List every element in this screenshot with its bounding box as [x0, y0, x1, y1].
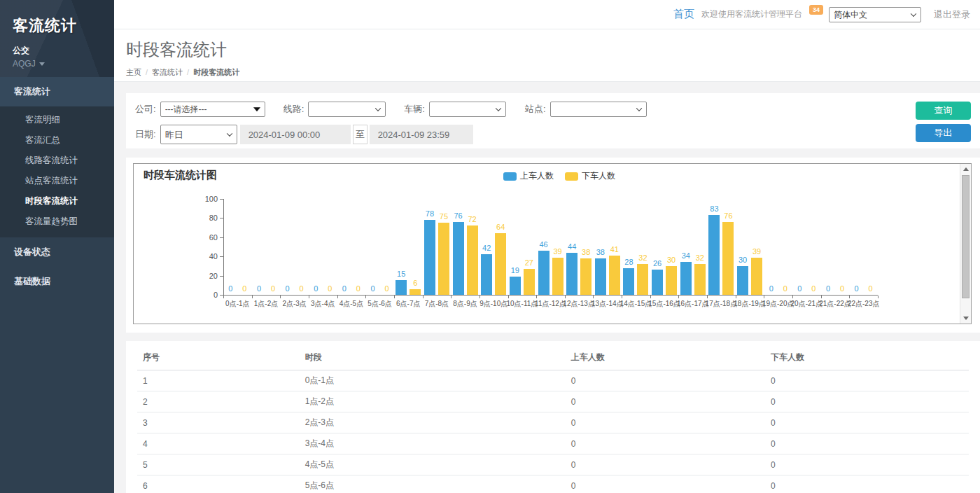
- sidebar-submenu: 客流明细客流汇总线路客流统计站点客流统计时段客流统计客流量趋势图: [0, 106, 114, 237]
- sidebar-subitem[interactable]: 客流明细: [0, 110, 114, 130]
- bar-segment: [538, 251, 550, 295]
- x-axis-line: [223, 295, 878, 296]
- logout-link[interactable]: 退出登录: [934, 8, 970, 21]
- scrollbar-up-button[interactable]: [960, 164, 971, 174]
- x-tick: [736, 296, 736, 298]
- y-tick: [220, 276, 223, 277]
- table-header-cell: 序号: [137, 345, 300, 370]
- table-row: 54点-5点00: [137, 454, 969, 475]
- user-menu[interactable]: AQGJ: [13, 59, 114, 69]
- date-from-input[interactable]: [240, 125, 351, 144]
- filter-row-2: 日期: 昨日 至: [135, 125, 971, 144]
- table-header-cell: 时段: [300, 345, 566, 370]
- date-preset-select[interactable]: 昨日: [160, 125, 237, 144]
- y-tick: [220, 237, 223, 238]
- x-tick: [508, 296, 509, 298]
- x-tick: [878, 296, 878, 298]
- vehicle-select[interactable]: [429, 102, 506, 117]
- breadcrumb-item[interactable]: 主页: [126, 68, 141, 76]
- y-tick-label: 0: [194, 291, 218, 299]
- bar-value-label: 6: [406, 279, 424, 287]
- table-cell: 0: [566, 454, 765, 475]
- bar-segment: [666, 266, 677, 295]
- bar-value-label: 0: [862, 284, 880, 293]
- language-select[interactable]: 简体中文: [829, 7, 921, 22]
- chart-box: 时段车流统计图 上车人数下车人数 0204060801000点-1点001点-2…: [133, 163, 972, 324]
- y-tick-label: 40: [194, 252, 218, 261]
- line-select[interactable]: [308, 102, 386, 117]
- sidebar-header: 客流统计 公交 AQGJ: [0, 0, 114, 77]
- bar-chart: 0204060801000点-1点001点-2点002点-3点003点-4点00…: [134, 164, 971, 324]
- sidebar-subitem[interactable]: 线路客流统计: [0, 151, 114, 171]
- bar-segment: [623, 268, 634, 295]
- main-content: 首页 欢迎使用客流统计管理平台 34 简体中文 退出登录 时段客流统计 主页/客…: [114, 0, 980, 493]
- x-tick: [280, 296, 281, 298]
- bar-segment: [467, 225, 478, 295]
- bar-value-label: 27: [520, 258, 538, 267]
- x-tick: [792, 296, 793, 298]
- bar-segment: [722, 222, 734, 295]
- sidebar-item-passenger-stats[interactable]: 客流统计: [0, 77, 114, 106]
- bar-segment: [737, 266, 748, 295]
- sidebar-item-label: 设备状态: [14, 246, 50, 257]
- bar-segment: [637, 264, 648, 295]
- sidebar-item-base-data[interactable]: 基础数据: [0, 267, 114, 296]
- bar-value-label: 72: [463, 215, 482, 223]
- x-tick: [365, 296, 366, 298]
- breadcrumb-item: 时段客流统计: [193, 68, 239, 76]
- company-select-wrap: ---请选择---: [160, 102, 265, 117]
- bar-segment: [438, 223, 449, 295]
- sidebar-item-device-status[interactable]: 设备状态: [0, 237, 114, 267]
- x-tick: [565, 296, 566, 298]
- sidebar-subitem[interactable]: 客流量趋势图: [0, 211, 114, 232]
- table-row: 10点-1点00: [137, 370, 969, 391]
- table-cell: 0: [765, 412, 969, 433]
- sidebar-item-label: 客流统计: [14, 86, 50, 97]
- sidebar-item-label: 基础数据: [14, 276, 50, 286]
- x-tick: [849, 296, 850, 298]
- org-name: 公交: [13, 45, 114, 57]
- x-tick: [678, 296, 679, 298]
- table-cell: 3点-4点: [300, 433, 566, 454]
- bar-value-label: 32: [691, 254, 709, 262]
- x-tick: [622, 296, 622, 298]
- table-cell: 0: [566, 391, 765, 412]
- sidebar-subitem[interactable]: 时段客流统计: [0, 191, 114, 211]
- x-tick: [337, 296, 338, 298]
- scrollbar-thumb[interactable]: [962, 175, 969, 298]
- table-cell: 2: [137, 391, 300, 412]
- table-cell: 0点-1点: [300, 370, 566, 391]
- table-row: 43点-4点00: [137, 433, 969, 454]
- search-button[interactable]: 查询: [916, 102, 971, 120]
- notification-badge[interactable]: 34: [809, 5, 823, 15]
- company-select[interactable]: ---请选择---: [160, 102, 265, 117]
- sidebar: 客流统计 公交 AQGJ 客流统计 客流明细客流汇总线路客流统计站点客流统计时段…: [0, 0, 114, 493]
- sidebar-subitem[interactable]: 客流汇总: [0, 130, 114, 151]
- y-tick-label: 20: [194, 272, 218, 280]
- date-to-input[interactable]: [370, 125, 473, 144]
- sidebar-subitem[interactable]: 站点客流统计: [0, 171, 114, 191]
- y-tick-label: 80: [194, 214, 218, 222]
- station-label: 站点:: [525, 103, 546, 116]
- vehicle-select-wrap: [429, 102, 506, 117]
- chart-scrollbar[interactable]: [960, 164, 971, 324]
- table-cell: 0: [566, 475, 765, 493]
- station-select[interactable]: [550, 102, 647, 117]
- x-tick: [650, 296, 651, 298]
- bar-segment: [609, 256, 620, 295]
- bar-segment: [751, 258, 762, 295]
- bar-value-label: 64: [491, 223, 510, 231]
- export-button[interactable]: 导出: [916, 124, 971, 142]
- x-tick: [764, 296, 764, 298]
- scrollbar-down-button[interactable]: [960, 313, 971, 324]
- breadcrumb-separator: /: [187, 68, 189, 76]
- home-link[interactable]: 首页: [673, 8, 694, 21]
- filter-row-1: 公司: ---请选择--- 线路: 车辆: 站点:: [135, 102, 971, 117]
- bar-segment: [694, 264, 706, 295]
- bar-segment: [524, 269, 535, 295]
- table-cell: 5: [137, 454, 300, 475]
- y-axis-line: [223, 199, 224, 296]
- bar-segment: [481, 254, 492, 295]
- breadcrumb-item[interactable]: 客流统计: [152, 68, 183, 76]
- bar-segment: [652, 270, 663, 295]
